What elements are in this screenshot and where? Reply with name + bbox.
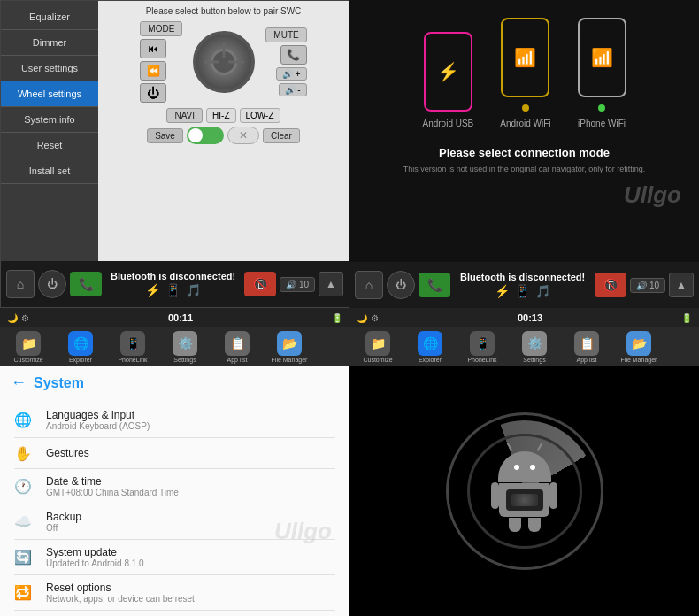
connection-mode-title: Please select connection mode	[439, 146, 610, 159]
back-header: ← System	[0, 366, 350, 399]
sidebar-item-install-set[interactable]: Install set	[1, 158, 98, 184]
clear-button[interactable]: Clear	[263, 128, 300, 143]
gestures-main: Gestures	[46, 447, 89, 459]
app-filemanager[interactable]: 📂 File Manager	[265, 331, 314, 363]
android-oreo-logo	[445, 412, 604, 571]
panel1-bottom-bar: ⌂ ⏻ 📞 Bluetooth is disconnected! ⚡ 📱 🎵 📵…	[1, 261, 349, 307]
app-applist[interactable]: 📋 App list	[212, 331, 262, 363]
panel4-battery-icon: 🔋	[681, 313, 692, 323]
panel2-end-button[interactable]: 📵	[595, 273, 626, 297]
sysupdate-main: System update	[46, 546, 144, 558]
app-settings[interactable]: ⚙️ Settings	[160, 331, 210, 363]
panel4-phonelink-icon: 📱	[470, 331, 495, 356]
panel4-settings-label: Settings	[523, 357, 545, 363]
app-customize[interactable]: 📁 Customize	[4, 331, 53, 363]
mute-button[interactable]: MUTE	[265, 27, 306, 42]
topbar-right: 🔋	[332, 313, 342, 323]
status-dot-yellow	[522, 104, 529, 112]
answer-call-button[interactable]: 📞	[70, 272, 102, 296]
bot-eye-left	[514, 465, 519, 470]
panel4-filemanager-icon: 📂	[626, 331, 651, 356]
connection-mode-subtitle: This version is not used in the original…	[403, 165, 646, 173]
bot-arm-left	[491, 482, 499, 509]
settings-languages-text: Languages & input Android Keyboard (AOSP…	[46, 409, 150, 431]
android-usb-label: Android USB	[422, 119, 473, 128]
settings-languages[interactable]: 🌐 Languages & input Android Keyboard (AO…	[0, 403, 350, 437]
settings-datetime[interactable]: 🕐 Date & time GMT+08:00 China Standard T…	[0, 469, 350, 504]
mode-button[interactable]: MODE	[140, 21, 182, 36]
bot-legs	[485, 518, 565, 532]
sysupdate-sub: Updated to Android 8.1.0	[46, 558, 144, 568]
vol-up-button[interactable]: 🔊 +	[276, 67, 307, 81]
toggle-switch[interactable]	[187, 127, 224, 144]
home-button[interactable]: ⌂	[6, 270, 35, 298]
app-phonelink[interactable]: 📱 PhoneLink	[108, 331, 157, 363]
panel4-app-customize[interactable]: 📁 Customize	[353, 331, 403, 363]
explorer-icon: 🌐	[68, 331, 93, 356]
bot-belly-light	[511, 494, 538, 506]
connection-icons-row: ⚡ Android USB 📶 Android WiFi	[422, 18, 626, 128]
settings-sidebar: Equalizer Dimmer User settings Wheel set…	[1, 1, 98, 261]
panel2-power-button[interactable]: ⏻	[387, 271, 415, 299]
panel4-app-settings[interactable]: ⚙️ Settings	[510, 331, 559, 363]
power-nav-button[interactable]: ⏻	[38, 270, 66, 298]
panel3-watermark: Ullgo	[274, 518, 332, 545]
android-usb-item[interactable]: ⚡ Android USB	[422, 32, 473, 128]
panel4-topbar-left: 🌙 ⚙	[357, 313, 379, 323]
call-button[interactable]: 📞	[280, 45, 307, 65]
bt-status-text: Bluetooth is disconnected!	[111, 271, 235, 281]
settings-about[interactable]: 📋 About tablet (kpx8)	[0, 611, 350, 616]
explorer-label: Explorer	[69, 357, 92, 363]
system-title: System	[34, 375, 84, 391]
android-wifi-item[interactable]: 📶 Android WiFi	[500, 18, 550, 128]
battery-icon: 🔋	[332, 313, 342, 323]
panel4-filemanager-label: File Manager	[621, 357, 657, 363]
app-explorer[interactable]: 🌐 Explorer	[56, 331, 105, 363]
panel2-bt-status: Bluetooth is disconnected! ⚡ 📱 🎵	[454, 272, 591, 298]
settings-reset[interactable]: 🔁 Reset options Network, apps, or device…	[0, 575, 350, 610]
customize-icon: 📁	[16, 331, 41, 356]
panel4-app-phonelink[interactable]: 📱 PhoneLink	[457, 331, 507, 363]
panel4-app-filemanager[interactable]: 📂 File Manager	[614, 331, 664, 363]
connection-mode-panel: ⚡ Android USB 📶 Android WiFi	[350, 0, 699, 308]
wifi1-icon: 📶	[514, 47, 536, 68]
settings-gestures[interactable]: ✋ Gestures	[0, 438, 350, 468]
android-oreo-animation	[350, 366, 699, 616]
back-arrow[interactable]: ←	[11, 373, 27, 392]
languages-main: Languages & input	[46, 409, 150, 421]
applist-label: App list	[227, 357, 248, 363]
bot-body	[499, 483, 549, 517]
panel2-home-button[interactable]: ⌂	[355, 271, 383, 299]
prev2-button[interactable]: ⏪	[140, 61, 166, 81]
navi-button[interactable]: NAVI	[166, 108, 203, 123]
backup-main: Backup	[46, 511, 81, 523]
panel4-app-explorer[interactable]: 🌐 Explorer	[405, 331, 455, 363]
power-button[interactable]: ⏻	[140, 83, 166, 103]
panel4-customize-icon: 📁	[365, 331, 390, 356]
phone-icon: 📱	[165, 283, 181, 297]
save-button[interactable]: Save	[147, 128, 183, 143]
end-call-button[interactable]: 📵	[244, 272, 276, 296]
sidebar-item-system-info[interactable]: System info	[1, 107, 98, 133]
sidebar-item-reset[interactable]: Reset	[1, 133, 98, 158]
settings-reset-text: Reset options Network, apps, or device c…	[46, 581, 195, 604]
panel4-app-applist[interactable]: 📋 App list	[562, 331, 611, 363]
datetime-sub: GMT+08:00 China Standard Time	[46, 488, 179, 497]
vol-down-button[interactable]: 🔊 -	[279, 83, 307, 96]
iphone-wifi-item[interactable]: 📶 iPhone WiFi	[578, 18, 626, 128]
sidebar-item-equalizer[interactable]: Equalizer	[1, 4, 98, 30]
panel2-answer-button[interactable]: 📞	[419, 273, 450, 297]
prev-button[interactable]: ⏮	[140, 39, 166, 58]
up-button[interactable]: ▲	[319, 272, 343, 296]
bot-head	[498, 451, 551, 482]
sidebar-item-wheel-settings[interactable]: Wheel settings	[1, 81, 98, 107]
android-bot	[485, 451, 565, 531]
panel2-up-button[interactable]: ▲	[669, 273, 694, 297]
bot-leg-right	[528, 518, 541, 532]
panel4-topbar-right: 🔋	[681, 313, 692, 323]
toggle-x[interactable]: ✕	[227, 127, 259, 144]
system-settings-panel: 🌙 ⚙ 00:11 🔋 📁 Customize 🌐 Explorer 📱 Pho…	[0, 308, 350, 616]
filemanager-icon: 📂	[277, 331, 302, 356]
sidebar-item-dimmer[interactable]: Dimmer	[1, 30, 98, 56]
sidebar-item-user-settings[interactable]: User settings	[1, 56, 98, 81]
